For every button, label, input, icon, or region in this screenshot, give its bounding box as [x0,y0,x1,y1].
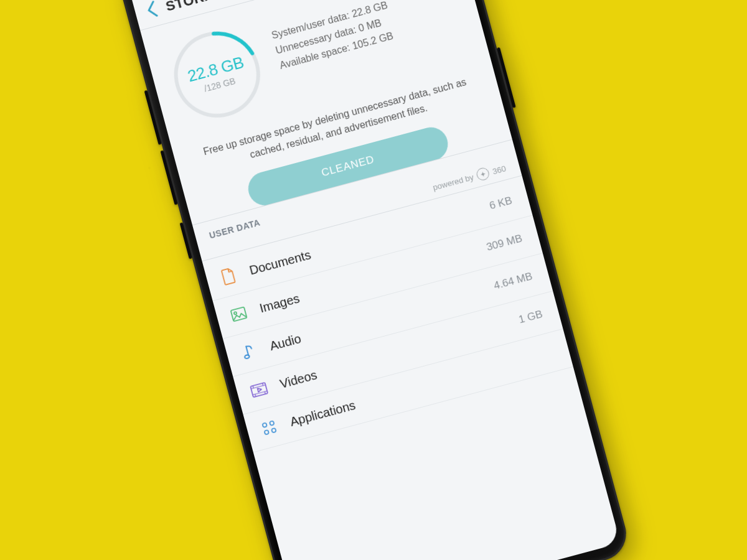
row-size: 4.64 MB [492,270,533,292]
row-size: 309 MB [485,232,524,253]
video-icon [249,380,269,400]
user-data-section-label: USER DATA [208,217,261,240]
phone-frame: 86% 17:12 STORAGE [115,0,632,560]
svg-point-11 [244,355,250,359]
phone-device: 86% 17:12 STORAGE [115,0,632,560]
svg-point-14 [270,421,275,426]
row-size: 6 KB [488,194,514,212]
storage-breakdown: System/user data: 22.8 GB Unnecessary da… [270,0,443,73]
storage-ring-chart: 22.8 GB /128 GB [160,17,275,132]
row-size: 1 GB [517,308,544,326]
svg-point-15 [264,430,269,435]
audio-icon [239,342,259,362]
svg-point-10 [234,312,237,315]
back-button[interactable] [144,0,160,21]
svg-point-13 [262,422,267,427]
applications-icon [260,418,280,438]
powered-by-logo-icon: ✦ [476,166,491,181]
image-icon [229,304,249,324]
svg-point-7 [167,24,268,125]
svg-rect-9 [231,307,247,321]
svg-point-8 [172,30,261,119]
document-icon [218,266,238,286]
powered-by-brand: 360 [491,164,507,176]
phone-screen: 86% 17:12 STORAGE [126,0,620,560]
svg-point-16 [271,428,276,433]
